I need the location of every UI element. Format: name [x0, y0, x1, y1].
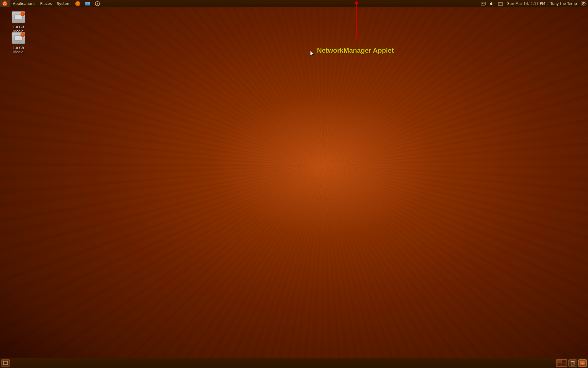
- system-monitor-icon: [481, 1, 486, 6]
- top-panel: Applications Places System ?: [0, 0, 588, 7]
- workspace-1-icon: [557, 360, 566, 366]
- system-monitor-tray[interactable]: [479, 0, 488, 7]
- applications-label: Applications: [13, 2, 35, 6]
- places-menu[interactable]: Places: [38, 0, 54, 7]
- bottom-panel: U: [0, 358, 588, 368]
- desktop-icon-media-2[interactable]: 1.0 GB Media: [6, 29, 31, 55]
- svg-rect-27: [562, 363, 566, 366]
- svg-rect-25: [562, 360, 566, 363]
- volume-icon: [489, 1, 494, 6]
- bottom-panel-left: [0, 359, 11, 367]
- volume-tray[interactable]: [488, 0, 496, 7]
- show-desktop-button[interactable]: [1, 359, 10, 367]
- media-icon-2-label: 1.0 GB Media: [7, 46, 29, 54]
- mail-launcher[interactable]: [83, 0, 92, 7]
- svg-rect-17: [15, 15, 22, 19]
- trash-applet[interactable]: [568, 359, 577, 367]
- drive-icon-1: [12, 11, 25, 23]
- svg-marker-7: [490, 2, 492, 6]
- notification-area[interactable]: U: [578, 359, 587, 367]
- network-manager-icon: [498, 1, 503, 6]
- firefox-icon: [75, 1, 80, 6]
- shutdown-button[interactable]: [579, 0, 588, 7]
- ubuntu-logo-icon: [2, 1, 7, 6]
- drive-body-2: [14, 35, 23, 41]
- notification-icon: U: [580, 361, 585, 366]
- svg-text:?: ?: [97, 2, 98, 6]
- panel-right: Sun Mar 14, 2:17 PM Tony the Temp: [479, 0, 588, 7]
- clock-display[interactable]: Sun Mar 14, 2:17 PM: [505, 2, 548, 6]
- help-button[interactable]: ?: [92, 0, 102, 7]
- system-label: System: [57, 2, 70, 6]
- panel-left: Applications Places System ?: [0, 0, 102, 7]
- svg-rect-24: [558, 360, 561, 363]
- shutdown-icon: [581, 1, 586, 6]
- svg-rect-23: [4, 362, 7, 364]
- bottom-panel-right: U: [555, 359, 588, 367]
- svg-rect-28: [571, 362, 574, 365]
- system-menu[interactable]: System: [54, 0, 73, 7]
- media-icon-2-img: [11, 31, 26, 45]
- mail-icon: [85, 2, 90, 6]
- svg-rect-26: [558, 363, 561, 366]
- applications-menu[interactable]: Applications: [10, 0, 38, 7]
- media-icon-1-img: [11, 10, 26, 25]
- svg-point-1: [5, 2, 6, 3]
- username-display[interactable]: Tony the Temp: [548, 2, 579, 6]
- svg-point-3: [6, 4, 6, 5]
- workspace-1-button[interactable]: [556, 359, 567, 367]
- drive-body-1: [14, 14, 23, 21]
- svg-text:U: U: [582, 362, 584, 365]
- username-text: Tony the Temp: [550, 2, 577, 6]
- drive-icon-2: [12, 32, 25, 44]
- show-desktop-icon: [3, 361, 8, 365]
- trash-icon: [570, 360, 575, 366]
- datetime-text: Sun Mar 14, 2:17 PM: [507, 2, 545, 6]
- network-manager-tray[interactable]: [496, 0, 505, 7]
- places-label: Places: [40, 2, 52, 6]
- firefox-launcher[interactable]: [73, 0, 83, 7]
- desktop: [0, 0, 588, 368]
- help-icon: ?: [95, 1, 100, 6]
- svg-rect-20: [15, 36, 22, 40]
- ubuntu-logo-button[interactable]: [0, 0, 10, 7]
- svg-point-2: [3, 4, 4, 5]
